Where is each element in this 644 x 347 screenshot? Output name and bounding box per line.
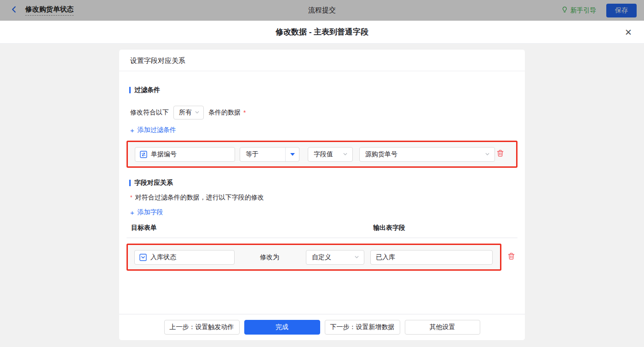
guide-label: 新手引导 — [570, 6, 596, 15]
filter-section-title: 过滤条件 — [129, 86, 518, 94]
chevron-down-icon — [195, 109, 200, 116]
value-mode-select[interactable]: 自定义 — [306, 250, 364, 265]
filter-condition-row: 单据编号 等于 字段值 源购货单号 — [126, 141, 518, 168]
mapping-description: * 对符合过滤条件的数据，进行以下字段的修改 — [130, 193, 518, 202]
plus-icon: + — [130, 126, 134, 134]
add-filter-condition-link[interactable]: + 添加过滤条件 — [130, 126, 176, 134]
lightbulb-icon — [561, 6, 568, 15]
match-prefix-label: 修改符合以下 — [130, 108, 169, 117]
mapping-column-headers: 目标表单 输出表字段 — [126, 224, 518, 238]
other-settings-button[interactable]: 其他设置 — [405, 320, 480, 335]
compare-value-select[interactable]: 源购货单号 — [359, 147, 495, 162]
match-mode-select[interactable]: 所有 — [173, 106, 204, 119]
modal-header: 修改数据 - 主表到普通字段 ✕ — [0, 21, 644, 44]
card-title: 设置字段对应关系 — [119, 50, 525, 71]
serial-field-icon — [140, 151, 147, 158]
modal-body: 设置字段对应关系 过滤条件 修改符合以下 所有 条件的数据 * + — [0, 44, 644, 347]
top-toolbar: 修改购货单状态 流程提交 新手引导 保存 — [0, 0, 644, 21]
target-form-header: 目标表单 — [131, 224, 373, 232]
required-asterisk: * — [243, 109, 246, 116]
section-accent-bar — [129, 180, 131, 186]
filter-match-row: 修改符合以下 所有 条件的数据 * — [130, 106, 518, 119]
value-mode-value: 自定义 — [312, 253, 331, 262]
required-asterisk: * — [130, 194, 132, 201]
delete-mapping-row-button[interactable] — [508, 252, 515, 262]
chevron-down-icon — [343, 151, 348, 158]
mapping-row: 入库状态 修改为 自定义 已入库 — [126, 244, 501, 271]
operator-caret-button[interactable] — [285, 148, 299, 161]
card-footer: 上一步：设置触发动作 完成 下一步：设置新增数据 其他设置 — [119, 314, 525, 340]
section-accent-bar — [129, 87, 131, 93]
mapping-section-title: 字段对应关系 — [129, 179, 518, 187]
modal-title: 修改数据 - 主表到普通字段 — [276, 27, 368, 37]
caret-down-icon — [290, 153, 295, 156]
custom-value-input[interactable]: 已入库 — [370, 250, 493, 265]
beginner-guide-link[interactable]: 新手引导 — [559, 6, 596, 15]
delete-filter-row-button[interactable] — [497, 149, 504, 159]
trash-icon — [497, 149, 504, 159]
plus-icon: + — [130, 209, 134, 216]
prev-step-button[interactable]: 上一步：设置触发动作 — [164, 320, 240, 335]
trash-icon — [508, 252, 515, 262]
save-button[interactable]: 保存 — [606, 4, 637, 17]
done-button[interactable]: 完成 — [244, 320, 320, 335]
target-field-input[interactable]: 入库状态 — [134, 250, 235, 265]
dropdown-field-icon — [139, 254, 147, 261]
mapping-row-wrap: 入库状态 修改为 自定义 已入库 — [126, 244, 518, 271]
compare-value: 源购货单号 — [365, 150, 397, 159]
close-icon[interactable]: ✕ — [625, 28, 632, 36]
field-mapping-card: 设置字段对应关系 过滤条件 修改符合以下 所有 条件的数据 * + — [119, 50, 525, 340]
output-field-header: 输出表字段 — [373, 224, 405, 232]
chevron-down-icon — [485, 151, 490, 158]
filter-field-input[interactable]: 单据编号 — [135, 147, 235, 162]
add-field-link[interactable]: + 添加字段 — [130, 208, 163, 216]
operator-value: 等于 — [240, 150, 259, 159]
next-step-button[interactable]: 下一步：设置新增数据 — [325, 320, 400, 335]
match-suffix-label: 条件的数据 — [208, 108, 241, 117]
chevron-down-icon — [354, 254, 359, 261]
page-title: 流程提交 — [0, 6, 644, 15]
operator-select[interactable]: 等于 — [240, 147, 299, 162]
value-type-value: 字段值 — [314, 150, 333, 159]
target-field-value: 入库状态 — [150, 253, 176, 262]
custom-value: 已入库 — [376, 253, 395, 262]
modify-to-label: 修改为 — [260, 253, 279, 262]
filter-field-value: 单据编号 — [151, 150, 177, 159]
value-type-select[interactable]: 字段值 — [308, 147, 353, 162]
